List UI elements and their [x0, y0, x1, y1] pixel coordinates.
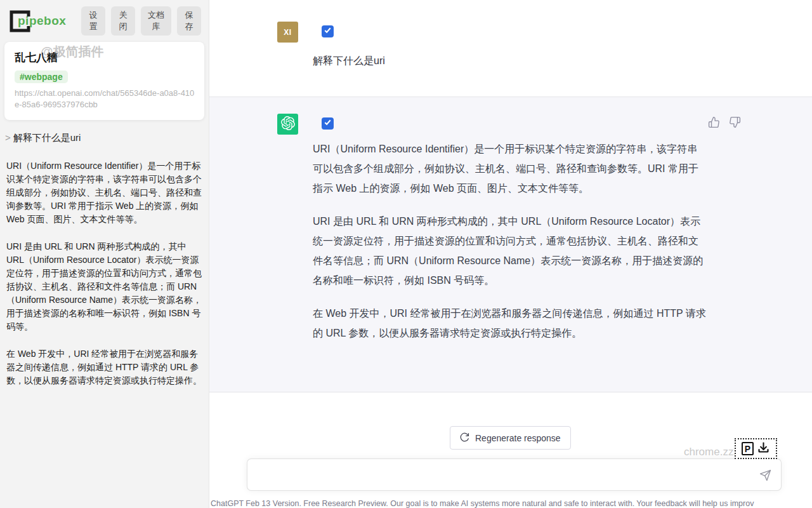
- doc-library-button[interactable]: 文档库: [141, 6, 171, 36]
- chat-input-container: [247, 458, 782, 491]
- chatgpt-footer-disclaimer: ChatGPT Feb 13 Version. Free Research Pr…: [211, 499, 812, 508]
- download-icon[interactable]: [757, 441, 770, 457]
- user-message-checkbox[interactable]: [322, 25, 334, 37]
- assistant-message-checkbox[interactable]: [322, 117, 334, 130]
- quote-prefix: >: [5, 132, 11, 143]
- sidebar-header: pipebox 设置 关闭 文档库 保存: [0, 0, 209, 39]
- user-message-row: XI 解释下什么是uri: [209, 0, 812, 97]
- brand-name: pipebox: [18, 14, 66, 28]
- thumbs-down-button[interactable]: [729, 116, 741, 128]
- extension-sidebar: pipebox 设置 关闭 文档库 保存 乱七八糟 @极简插件 #webpage…: [0, 0, 209, 508]
- assistant-paragraph: 在 Web 开发中，URI 经常被用于在浏览器和服务器之间传递信息，例如通过 H…: [313, 304, 706, 343]
- captured-paragraph: 在 Web 开发中，URI 经常被用于在浏览器和服务器之间传递信息，例如通过 H…: [6, 347, 202, 387]
- regenerate-icon: [460, 432, 469, 444]
- pipebox-logo: pipebox: [6, 8, 81, 34]
- chat-input[interactable]: [256, 464, 751, 486]
- captured-paragraph: URI（Uniform Resource Identifier）是一个用于标识某…: [6, 159, 202, 226]
- question-text: 解释下什么是uri: [13, 132, 81, 143]
- captured-question: >解释下什么是uri: [5, 132, 202, 144]
- captured-answer: URI（Uniform Resource Identifier）是一个用于标识某…: [6, 159, 202, 387]
- assistant-message-row: URI（Uniform Resource Identifier）是一个用于标识某…: [209, 97, 812, 392]
- send-button[interactable]: [758, 468, 773, 483]
- webpage-tag: #webpage: [15, 70, 68, 83]
- check-icon: [323, 25, 332, 37]
- regenerate-label: Regenerate response: [475, 433, 561, 443]
- user-message-text: 解释下什么是uri: [313, 55, 385, 68]
- thumbs-up-button[interactable]: [708, 116, 720, 128]
- chat-main: XI 解释下什么是uri: [209, 0, 812, 508]
- assistant-message-text: URI（Uniform Resource Identifier）是一个用于标识某…: [313, 139, 706, 356]
- check-icon: [323, 117, 332, 130]
- assistant-paragraph: URI（Uniform Resource Identifier）是一个用于标识某…: [313, 139, 706, 198]
- regenerate-response-button[interactable]: Regenerate response: [450, 426, 571, 450]
- user-avatar: XI: [277, 22, 298, 43]
- openai-logo-icon: [281, 116, 295, 133]
- card-title: 乱七八糟: [15, 50, 195, 65]
- feedback-buttons: [708, 116, 741, 128]
- close-button[interactable]: 关闭: [111, 6, 135, 36]
- captured-paragraph: URI 是由 URL 和 URN 两种形式构成的，其中 URL（Uniform …: [6, 240, 202, 333]
- saved-page-card[interactable]: 乱七八糟 @极简插件 #webpage https://chat.openai.…: [4, 42, 204, 120]
- pin-p-icon[interactable]: P: [742, 442, 754, 455]
- card-url: https://chat.openai.com/chat/565346de-a0…: [15, 88, 195, 110]
- save-button[interactable]: 保存: [177, 6, 201, 36]
- chatgpt-avatar: [277, 114, 298, 135]
- sidebar-toolbar: 设置 关闭 文档库 保存: [81, 6, 201, 36]
- settings-button[interactable]: 设置: [81, 6, 105, 36]
- export-toolbar[interactable]: P: [735, 438, 777, 459]
- assistant-paragraph: URI 是由 URL 和 URN 两种形式构成的，其中 URL（Uniform …: [313, 211, 706, 290]
